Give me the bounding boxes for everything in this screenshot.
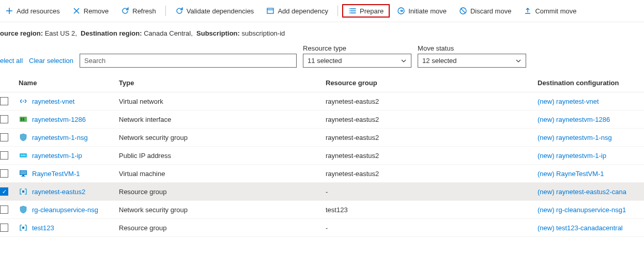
- vm-icon: [19, 169, 28, 178]
- svg-point-3: [23, 101, 24, 102]
- refresh-icon: [121, 7, 129, 15]
- resource-type-dropdown[interactable]: 11 selected: [303, 54, 411, 68]
- destination-link[interactable]: (new) raynetestvm-1-ip: [538, 152, 606, 160]
- validate-button[interactable]: Validate dependencies: [170, 5, 259, 17]
- header-name[interactable]: Name: [16, 79, 119, 87]
- table-body: raynetest-vnet Virtual network raynetest…: [0, 92, 644, 237]
- arrow-right-circle-icon: [397, 7, 405, 15]
- resource-name-link[interactable]: rg-cleanupservice-nsg: [32, 206, 98, 214]
- resource-group: -: [326, 224, 538, 232]
- toolbar-divider: [338, 6, 338, 16]
- svg-rect-5: [21, 118, 22, 121]
- table-row[interactable]: raynetestvm-1-ip Public IP address rayne…: [0, 147, 644, 165]
- prepare-label: Prepare: [360, 7, 384, 15]
- resource-type-label: Resource type: [303, 44, 411, 52]
- header-type[interactable]: Type: [119, 79, 326, 87]
- info-bar: ource region: East US 2, Destination reg…: [0, 22, 644, 44]
- toolbar: Add resources Remove Refresh Validate de…: [0, 0, 644, 22]
- remove-button[interactable]: Remove: [67, 5, 114, 17]
- row-checkbox[interactable]: [0, 169, 8, 178]
- resource-type-value: 11 selected: [308, 57, 342, 65]
- remove-label: Remove: [84, 7, 109, 15]
- resource-type: Resource group: [119, 188, 326, 196]
- add-resources-button[interactable]: Add resources: [0, 5, 65, 17]
- add-dependency-label: Add dependency: [278, 7, 328, 15]
- row-checkbox[interactable]: [0, 224, 8, 232]
- table-row[interactable]: raynetestvm-1-nsg Network security group…: [0, 129, 644, 147]
- source-region-label: ource region:: [0, 29, 43, 37]
- row-checkbox[interactable]: [0, 97, 8, 105]
- svg-rect-13: [22, 175, 24, 176]
- move-status-dropdown[interactable]: 12 selected: [418, 54, 526, 68]
- svg-rect-14: [21, 176, 25, 177]
- nsg-icon: [19, 133, 28, 142]
- refresh-label: Refresh: [132, 7, 156, 15]
- prepare-button[interactable]: Prepare: [342, 4, 390, 18]
- list-icon: [348, 7, 357, 15]
- resource-type: Virtual machine: [119, 170, 326, 178]
- table-row[interactable]: test123 Resource group - (new) test123-c…: [0, 219, 644, 237]
- destination-link[interactable]: (new) raynetestvm-1-nsg: [538, 134, 612, 141]
- select-all-link[interactable]: elect all: [0, 57, 23, 68]
- svg-rect-15: [22, 190, 24, 193]
- svg-rect-6: [23, 118, 24, 121]
- destination-link[interactable]: (new) test123-canadacentral: [538, 224, 623, 232]
- subscription-label: Subscription:: [196, 29, 240, 37]
- destination-link[interactable]: (new) raynetestvm-1286: [538, 116, 610, 123]
- add-dependency-button[interactable]: Add dependency: [261, 5, 333, 17]
- row-checkbox[interactable]: [0, 133, 8, 141]
- commit-move-button[interactable]: Commit move: [518, 5, 581, 17]
- resource-type: Network security group: [119, 206, 326, 214]
- table-row[interactable]: rg-cleanupservice-nsg Network security g…: [0, 201, 644, 219]
- rg-icon: [19, 187, 28, 196]
- resource-group: test123: [326, 206, 538, 214]
- row-checkbox[interactable]: [0, 187, 8, 196]
- clear-selection-link[interactable]: Clear selection: [29, 57, 73, 68]
- resource-group: raynetest-eastus2: [326, 170, 538, 178]
- table-header: Name Type Resource group Destination con…: [0, 74, 644, 92]
- move-status-label: Move status: [418, 44, 526, 52]
- row-checkbox[interactable]: [0, 205, 8, 214]
- row-checkbox[interactable]: [0, 115, 8, 123]
- search-input[interactable]: [80, 54, 297, 68]
- discard-move-button[interactable]: Discard move: [454, 5, 516, 17]
- header-dest[interactable]: Destination configuration: [538, 79, 644, 87]
- discard-icon: [459, 7, 467, 15]
- nsg-icon: [19, 205, 28, 214]
- resource-name-link[interactable]: raynetestvm-1286: [32, 116, 86, 123]
- resource-type: Network interface: [119, 116, 326, 123]
- vnet-icon: [19, 97, 28, 106]
- nic-icon: [19, 115, 28, 124]
- resource-name-link[interactable]: raynetest-vnet: [32, 98, 74, 105]
- initiate-move-label: Initiate move: [408, 7, 447, 15]
- table-row[interactable]: raynetest-eastus2 Resource group - (new)…: [0, 183, 644, 201]
- resource-type: Public IP address: [119, 152, 326, 160]
- dest-region-value: Canada Central,: [144, 29, 193, 37]
- upload-icon: [524, 7, 532, 15]
- table-row[interactable]: raynetest-vnet Virtual network raynetest…: [0, 92, 644, 110]
- resource-name-link[interactable]: RayneTestVM-1: [32, 170, 80, 178]
- destination-link[interactable]: (new) rg-cleanupservice-nsg1: [538, 206, 626, 214]
- destination-link[interactable]: (new) raynetest-vnet: [538, 98, 599, 105]
- svg-point-8: [21, 155, 22, 156]
- initiate-move-button[interactable]: Initiate move: [392, 5, 452, 17]
- chevron-down-icon: [515, 58, 522, 64]
- resource-name-link[interactable]: raynetest-eastus2: [32, 188, 85, 196]
- refresh-button[interactable]: Refresh: [116, 5, 161, 17]
- svg-point-9: [23, 155, 24, 156]
- validate-icon: [175, 7, 183, 15]
- header-rg[interactable]: Resource group: [326, 79, 538, 87]
- table-row[interactable]: RayneTestVM-1 Virtual machine raynetest-…: [0, 165, 644, 183]
- validate-label: Validate dependencies: [187, 7, 254, 15]
- table-row[interactable]: raynetestvm-1286 Network interface rayne…: [0, 110, 644, 129]
- svg-point-10: [24, 155, 25, 156]
- discard-move-label: Discard move: [470, 7, 511, 15]
- toolbar-divider: [165, 6, 166, 16]
- resource-name-link[interactable]: test123: [32, 224, 54, 232]
- row-checkbox[interactable]: [0, 151, 8, 160]
- resource-name-link[interactable]: raynetestvm-1-ip: [32, 152, 82, 160]
- destination-link[interactable]: (new) RayneTestVM-1: [538, 170, 604, 178]
- resource-name-link[interactable]: raynetestvm-1-nsg: [32, 134, 88, 141]
- chevron-down-icon: [401, 58, 407, 64]
- destination-link[interactable]: (new) raynetest-eastus2-cana: [538, 188, 626, 196]
